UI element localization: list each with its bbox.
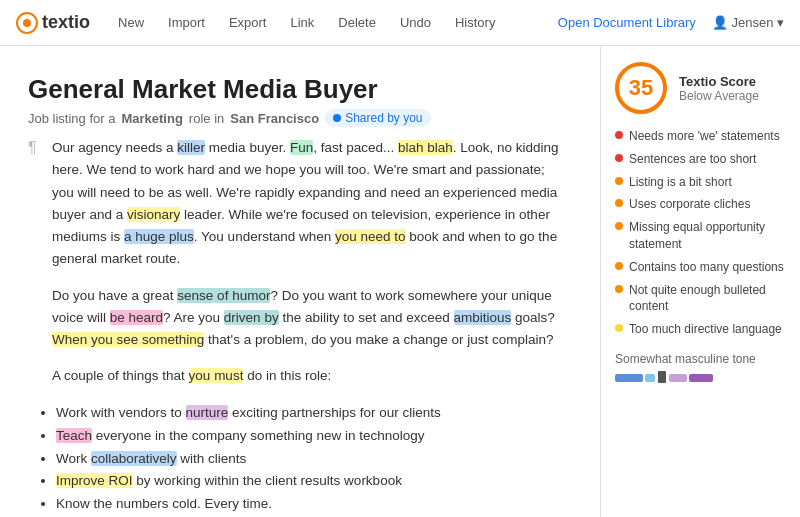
issue-dot-orange xyxy=(615,199,623,207)
issue-dot-yellow xyxy=(615,324,623,332)
paragraph-1-text[interactable]: Our agency needs a killer media buyer. F… xyxy=(52,137,568,271)
score-title: Textio Score xyxy=(679,74,759,89)
shared-badge: Shared by you xyxy=(325,109,430,127)
issue-dot-orange xyxy=(615,262,623,270)
highlight-improve: Improve ROI xyxy=(56,473,133,488)
paragraph-2-section: Do you have a great sense of humor? Do y… xyxy=(28,285,568,352)
main-layout: General Market Media Buyer Job listing f… xyxy=(0,46,800,517)
logo-text: textio xyxy=(42,12,90,33)
score-subtitle: Below Average xyxy=(679,89,759,103)
issue-item-2: Sentences are too short xyxy=(615,151,786,168)
issue-item-5: Missing equal opportunity statement xyxy=(615,219,786,253)
shared-dot-icon xyxy=(333,114,341,122)
doc-subtitle: Job listing for a Marketing role in San … xyxy=(28,109,568,127)
shared-label: Shared by you xyxy=(345,111,422,125)
highlight-heard: be heard xyxy=(110,310,163,325)
issue-item-8: Too much directive language xyxy=(615,321,786,338)
highlight-driven: driven by xyxy=(224,310,279,325)
subtitle-pre: Job listing for a xyxy=(28,111,115,126)
issue-item-6: Contains too many questions xyxy=(615,259,786,276)
nav-undo[interactable]: Undo xyxy=(390,11,441,34)
tone-section: Somewhat masculine tone xyxy=(615,352,786,384)
user-name: Jensen xyxy=(731,15,773,30)
highlight-ambitious: ambitious xyxy=(454,310,512,325)
highlight-when: When you see something xyxy=(52,332,204,347)
highlight-killer: killer xyxy=(177,140,205,155)
paragraph-3-text[interactable]: A couple of things that you must do in t… xyxy=(52,365,331,387)
svg-point-1 xyxy=(23,19,31,27)
subtitle-mid: role in xyxy=(189,111,224,126)
highlight-teach: Teach xyxy=(56,428,92,443)
list-item: Work collaboratively with clients xyxy=(56,448,568,471)
score-box: 35 Textio Score Below Average xyxy=(615,62,786,114)
tone-segment-lavender xyxy=(669,374,687,382)
highlight-must: you must xyxy=(189,368,244,383)
list-item: Work with vendors to nurture exciting pa… xyxy=(56,402,568,425)
nav-delete[interactable]: Delete xyxy=(328,11,386,34)
tone-bar xyxy=(615,372,786,384)
nav-new[interactable]: New xyxy=(108,11,154,34)
score-circle: 35 xyxy=(615,62,667,114)
nav-export[interactable]: Export xyxy=(219,11,277,34)
issue-text: Contains too many questions xyxy=(629,259,784,276)
tone-label: Somewhat masculine tone xyxy=(615,352,786,366)
list-item: Improve ROI by working within the client… xyxy=(56,470,568,493)
tone-indicator xyxy=(658,371,666,383)
paragraph-1-section: ¶ Our agency needs a killer media buyer.… xyxy=(28,137,568,271)
user-menu[interactable]: 👤 Jensen ▾ xyxy=(712,15,784,30)
subtitle-role: Marketing xyxy=(121,111,182,126)
issue-item-7: Not quite enough bulleted content xyxy=(615,282,786,316)
list-item: Know the numbers cold. Every time. xyxy=(56,493,568,516)
highlight-fun: Fun xyxy=(290,140,313,155)
paragraph-2-icon xyxy=(28,285,44,352)
issue-item-3: Listing is a bit short xyxy=(615,174,786,191)
highlight-visionary: visionary xyxy=(127,207,180,222)
nav-links: New Import Export Link Delete Undo Histo… xyxy=(108,11,505,34)
highlight-blahblah: blah blah xyxy=(398,140,453,155)
highlight-collaboratively: collaboratively xyxy=(91,451,177,466)
tone-segment-teal xyxy=(645,374,655,382)
nav-history[interactable]: History xyxy=(445,11,505,34)
highlight-hugep: a huge plus xyxy=(124,229,194,244)
issue-text: Missing equal opportunity statement xyxy=(629,219,786,253)
bullet-list: Work with vendors to nurture exciting pa… xyxy=(56,402,568,517)
paragraph-3-icon xyxy=(28,365,44,387)
nav-right: Open Document Library 👤 Jensen ▾ xyxy=(558,15,784,30)
highlight-nurture: nurture xyxy=(186,405,229,420)
issue-dot-red xyxy=(615,154,623,162)
logo: textio xyxy=(16,12,90,34)
score-label: Textio Score Below Average xyxy=(679,74,759,103)
issue-dot-red xyxy=(615,131,623,139)
issue-text: Uses corporate cliches xyxy=(629,196,750,213)
sidebar: 35 Textio Score Below Average Needs more… xyxy=(600,46,800,517)
issue-dot-orange xyxy=(615,222,623,230)
user-icon: 👤 xyxy=(712,15,728,30)
paragraph-icon: ¶ xyxy=(28,137,44,271)
issue-dot-orange xyxy=(615,285,623,293)
nav-import[interactable]: Import xyxy=(158,11,215,34)
nav-link[interactable]: Link xyxy=(280,11,324,34)
tone-segment-purple xyxy=(689,374,713,382)
issue-text: Not quite enough bulleted content xyxy=(629,282,786,316)
issue-text: Too much directive language xyxy=(629,321,782,338)
highlight-humor: sense of humor xyxy=(177,288,270,303)
subtitle-location: San Francisco xyxy=(230,111,319,126)
issue-item-4: Uses corporate cliches xyxy=(615,196,786,213)
issue-item-1: Needs more 'we' statements xyxy=(615,128,786,145)
score-number: 35 xyxy=(629,75,653,101)
issue-text: Needs more 'we' statements xyxy=(629,128,780,145)
issues-list: Needs more 'we' statements Sentences are… xyxy=(615,128,786,338)
issue-text: Listing is a bit short xyxy=(629,174,732,191)
doc-title: General Market Media Buyer xyxy=(28,74,568,105)
paragraph-3-section: A couple of things that you must do in t… xyxy=(28,365,568,387)
paragraph-2-text[interactable]: Do you have a great sense of humor? Do y… xyxy=(52,285,568,352)
open-library-link[interactable]: Open Document Library xyxy=(558,15,696,30)
tone-segment-blue xyxy=(615,374,643,382)
issue-dot-orange xyxy=(615,177,623,185)
document-area[interactable]: General Market Media Buyer Job listing f… xyxy=(0,46,600,517)
chevron-down-icon: ▾ xyxy=(777,15,784,30)
issue-text: Sentences are too short xyxy=(629,151,756,168)
highlight-youneed: you need to xyxy=(335,229,406,244)
navbar: textio New Import Export Link Delete Und… xyxy=(0,0,800,46)
list-item: Teach everyone in the company something … xyxy=(56,425,568,448)
